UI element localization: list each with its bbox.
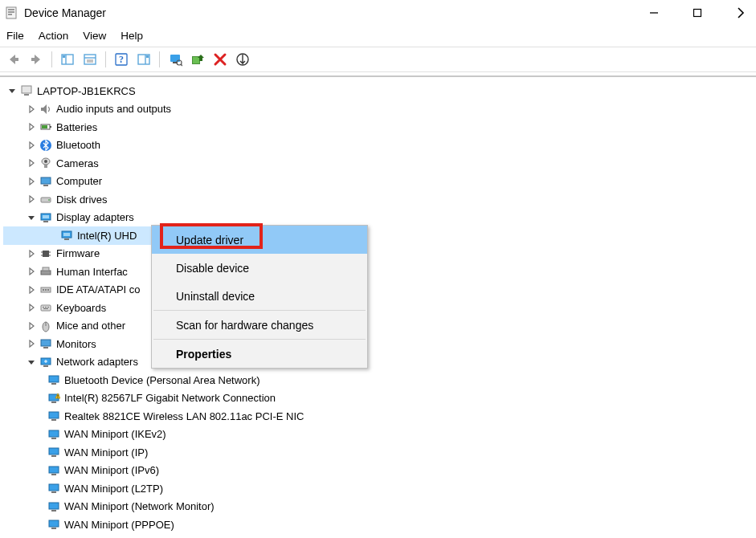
network-adapter-icon (47, 463, 61, 478)
context-menu-uninstall-device[interactable]: Uninstall device (152, 282, 367, 310)
svg-rect-40 (43, 221, 48, 222)
chevron-right-icon[interactable] (26, 320, 37, 332)
tree-node-hid[interactable]: Human Interfac (3, 263, 753, 281)
svg-rect-59 (43, 308, 48, 309)
svg-rect-63 (43, 347, 48, 348)
chevron-right-icon[interactable] (26, 140, 37, 151)
svg-rect-80 (51, 491, 56, 493)
chevron-right-icon[interactable] (26, 248, 37, 259)
menu-help[interactable]: Help (121, 30, 143, 42)
scan-hardware-button[interactable] (165, 50, 186, 69)
svg-rect-71 (49, 412, 59, 418)
tree-node-net-ip[interactable]: WAN Miniport (IP) (3, 443, 753, 462)
menu-file[interactable]: File (6, 30, 24, 42)
camera-icon (39, 156, 53, 170)
network-adapter-icon (47, 481, 61, 495)
chevron-right-icon[interactable] (26, 157, 37, 169)
uninstall-device-button[interactable] (210, 50, 231, 69)
minimize-button[interactable] (647, 6, 661, 20)
tree-root-node[interactable]: LAPTOP-JB1EKRCS (3, 82, 753, 100)
tree-node-monitors[interactable]: Monitors (3, 335, 753, 353)
disable-device-toolbar-button[interactable] (232, 50, 253, 69)
chevron-right-icon[interactable] (26, 338, 37, 349)
tree-node-net-gigabit[interactable]: ! Intel(R) 82567LF Gigabit Network Conne… (3, 389, 753, 408)
tree-node-net-realtek[interactable]: Realtek 8821CE Wireless LAN 802.11ac PCI… (3, 407, 753, 426)
svg-rect-26 (24, 94, 29, 96)
context-menu-disable-device[interactable]: Disable device (152, 254, 367, 282)
svg-rect-28 (42, 125, 47, 128)
network-adapter-warning-icon: ! (47, 391, 61, 406)
action-pane-button[interactable] (133, 50, 154, 69)
tree-node-cameras[interactable]: Cameras (3, 154, 753, 173)
menu-view[interactable]: View (83, 30, 106, 42)
display-adapter-icon (59, 228, 74, 243)
forward-button[interactable] (26, 50, 47, 69)
tree-node-net-l2tp[interactable]: WAN Miniport (L2TP) (3, 479, 753, 498)
computer-icon (19, 84, 34, 98)
tree-node-net-bluetooth[interactable]: Bluetooth Device (Personal Area Network) (3, 371, 753, 389)
svg-rect-79 (49, 484, 59, 491)
tree-node-audio[interactable]: Audio inputs and outputs (3, 100, 753, 119)
context-menu-update-driver[interactable]: Update driver (152, 226, 367, 254)
svg-rect-42 (63, 233, 70, 236)
tree-node-network-adapters[interactable]: Network adapters (3, 353, 753, 372)
help-button[interactable]: ? (111, 50, 132, 69)
chevron-down-icon[interactable] (26, 212, 37, 223)
chevron-down-icon[interactable] (6, 85, 18, 96)
svg-rect-5 (694, 10, 701, 17)
tree-node-net-pppoe[interactable]: WAN Miniport (PPPOE) (3, 516, 753, 534)
tree-node-computer[interactable]: Computer (3, 173, 753, 191)
chevron-right-icon[interactable] (26, 302, 37, 313)
tree-node-bluetooth[interactable]: Bluetooth (3, 137, 753, 155)
svg-rect-62 (41, 340, 51, 346)
chevron-right-icon[interactable] (26, 266, 37, 277)
svg-rect-8 (63, 55, 65, 58)
network-adapter-icon (47, 517, 61, 532)
chevron-right-icon[interactable] (26, 176, 37, 187)
maximize-button[interactable] (690, 6, 705, 20)
svg-rect-44 (43, 251, 49, 257)
back-button[interactable] (3, 50, 24, 69)
tree-node-net-ikev2[interactable]: WAN Miniport (IKEv2) (3, 426, 753, 444)
svg-rect-25 (22, 86, 31, 93)
hid-icon (39, 264, 53, 279)
update-driver-button[interactable] (187, 50, 208, 69)
tree-node-net-netmon[interactable]: WAN Miniport (Network Monitor) (3, 498, 753, 516)
tree-node-ide[interactable]: IDE ATA/ATAPI co (3, 281, 753, 300)
title-bar: Device Manager (0, 0, 756, 26)
chevron-down-icon[interactable] (26, 357, 37, 368)
keyboard-icon (39, 300, 53, 315)
tree-node-keyboards[interactable]: Keyboards (3, 299, 753, 317)
svg-rect-65 (43, 365, 48, 367)
context-menu-properties[interactable]: Properties (152, 340, 367, 368)
svg-point-53 (45, 289, 47, 291)
tree-node-mice[interactable]: Mice and other (3, 317, 753, 336)
svg-rect-23 (193, 57, 199, 63)
svg-rect-34 (41, 177, 51, 184)
tree-node-net-ipv6[interactable]: WAN Miniport (IPv6) (3, 462, 753, 480)
chevron-right-icon[interactable] (26, 121, 37, 132)
context-menu: Update driver Disable device Uninstall d… (151, 225, 368, 369)
properties-button[interactable] (80, 50, 100, 69)
show-hide-console-tree-button[interactable] (57, 50, 78, 69)
svg-text:?: ? (119, 54, 124, 65)
svg-rect-66 (49, 376, 59, 382)
tree-node-disk-drives[interactable]: Disk drives (3, 190, 753, 209)
svg-rect-82 (51, 510, 56, 512)
tree-node-firmware[interactable]: Firmware (3, 245, 753, 263)
context-menu-scan-hardware[interactable]: Scan for hardware changes (152, 311, 367, 339)
svg-point-54 (47, 289, 49, 291)
chevron-right-icon[interactable] (26, 104, 37, 115)
toolbar: ? (0, 47, 756, 72)
next-button[interactable] (734, 6, 748, 20)
network-adapter-icon (47, 373, 61, 387)
chevron-right-icon[interactable] (26, 194, 37, 205)
tree-node-display-adapters[interactable]: Display adapters (3, 209, 753, 227)
svg-rect-35 (43, 185, 48, 186)
chevron-right-icon[interactable] (26, 284, 37, 295)
menu-bar: File Action View Help (0, 26, 756, 47)
svg-point-37 (48, 199, 50, 201)
tree-node-batteries[interactable]: Batteries (3, 118, 753, 137)
svg-line-21 (181, 64, 182, 66)
menu-action[interactable]: Action (39, 30, 69, 42)
